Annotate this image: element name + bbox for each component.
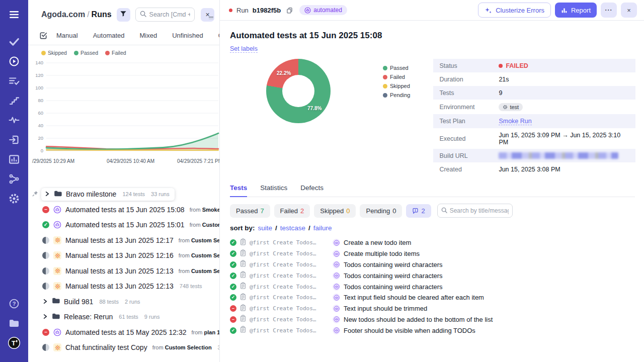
group-title: Release: Rerun (64, 313, 113, 321)
close-run-button[interactable]: × (621, 3, 637, 18)
run-group-row[interactable]: Release: Rerun 61 tests 9 runs (28, 309, 219, 325)
run-row[interactable]: Manual tests at 13 Jun 2025 12:13 748 te… (28, 279, 219, 294)
svg-text:120: 120 (35, 72, 43, 78)
test-row[interactable]: – @first Create Todos… New todos should … (230, 314, 635, 325)
pinned-group-card[interactable]: Bravo milestone 124 tests 33 runs (41, 188, 175, 201)
test-row[interactable]: ✓ @first Create Todos… Todos containing … (230, 281, 635, 292)
passed-status-icon: ✓ (230, 284, 236, 290)
manual-run-icon (53, 236, 61, 244)
sort-by-suite[interactable]: suite (258, 224, 273, 232)
filter-button[interactable] (117, 8, 130, 22)
svg-text:T: T (12, 339, 16, 347)
test-plan-link[interactable]: Smoke Run (499, 118, 531, 125)
automated-run-icon (53, 206, 61, 214)
run-group-row[interactable]: Build 981 88 tests 2 runs (28, 294, 219, 310)
failed-status-icon: – (42, 206, 49, 213)
run-group-row[interactable]: Bravo milestone 124 tests 33 runs (28, 187, 219, 202)
passed-status-icon: ✓ (230, 327, 236, 334)
group-title: Bravo milestone (66, 190, 116, 198)
run-source: from plan 12 (192, 329, 220, 335)
tab-groups[interactable]: Groups (211, 32, 220, 39)
chevron-right-icon[interactable] (44, 190, 50, 198)
tab-unfinished[interactable]: Unfinished (165, 32, 210, 39)
tab-manual[interactable]: Manual (49, 32, 86, 39)
svg-text:80: 80 (38, 98, 43, 103)
test-row[interactable]: ✓ @first Create Todos… Todos containing … (230, 270, 635, 281)
run-overview: 22.2% 77.8% Passed Failed Skipped Pendin… (230, 59, 635, 176)
filter-pending-button[interactable]: Pending0 (360, 204, 402, 218)
automated-badge[interactable]: automated (299, 5, 347, 15)
settings-icon[interactable] (7, 191, 22, 206)
chevron-right-icon[interactable] (42, 298, 48, 306)
report-button[interactable]: Report (555, 3, 597, 18)
folder-icon (52, 313, 60, 321)
legend-pending: Pending (383, 92, 410, 98)
test-row[interactable]: – @first Create Todos… Text input should… (230, 303, 635, 314)
test-row[interactable]: ✓ @first Create Todos… Text input field … (230, 292, 635, 303)
clipboard-icon (240, 260, 246, 269)
testomat-logo[interactable]: T (7, 335, 22, 350)
comments-filter-button[interactable]: 2 (406, 204, 431, 218)
run-row[interactable]: Manual tests at 13 Jun 2025 12:17 from C… (28, 233, 219, 248)
set-labels-link[interactable]: Set labels (230, 45, 258, 53)
run-row[interactable]: Manual tests at 13 Jun 2025 12:16 from C… (28, 248, 219, 263)
branches-icon[interactable] (7, 171, 22, 187)
analytics-icon[interactable] (7, 152, 22, 167)
test-row[interactable]: ✓ @first Create Todos… Footer should be … (230, 325, 635, 336)
filter-skipped-button[interactable]: Skipped0 (314, 204, 356, 218)
tests-icon[interactable] (7, 34, 22, 49)
runs-icon[interactable] (7, 54, 22, 69)
tab-defects[interactable]: Defects (300, 184, 324, 197)
tab-statistics[interactable]: Statistics (260, 184, 287, 197)
tests-search-input[interactable] (450, 207, 509, 214)
test-row[interactable]: ✓ @first Create Todos… Create multiple t… (230, 248, 635, 259)
help-icon[interactable]: ? (7, 296, 22, 311)
passed-dot-icon (74, 51, 78, 55)
filter-passed-button[interactable]: Passed7 (230, 204, 270, 218)
menu-icon[interactable] (7, 7, 22, 22)
clusterize-errors-button[interactable]: Clusterize Errors (478, 3, 551, 18)
runs-list: Bravo milestone 124 tests 33 runs – Auto… (28, 187, 219, 355)
run-source: from Smoke Run (190, 207, 219, 213)
pulse-icon[interactable] (7, 113, 22, 128)
filter-failed-button[interactable]: Failed2 (274, 204, 310, 218)
run-row[interactable]: Manual tests at 13 Jun 2025 12:13 from C… (28, 263, 219, 279)
info-row-created: Created Jun 15, 2025 3:08 PM (433, 162, 635, 176)
runs-search (135, 8, 195, 22)
sort-prefix: sort by: (230, 224, 255, 232)
group-runs-count: 9 runs (144, 314, 160, 320)
sort-by-failure[interactable]: failure (313, 224, 332, 232)
copy-icon[interactable] (286, 7, 293, 14)
automated-test-icon (333, 283, 340, 291)
info-row-duration: Duration 21s (433, 72, 635, 86)
projects-icon[interactable] (7, 316, 22, 331)
run-title: Automated tests at 15 Jun 2025 15:01 (65, 221, 185, 229)
environment-badge[interactable]: test (499, 103, 523, 111)
tab-automated[interactable]: Automated (86, 32, 132, 39)
test-plans-icon[interactable] (7, 73, 22, 88)
milestones-icon[interactable] (7, 93, 22, 108)
chevron-right-icon[interactable] (42, 313, 48, 321)
import-icon[interactable] (7, 132, 22, 147)
run-row[interactable]: – Automated tests at 15 Jun 2025 15:08 f… (28, 202, 219, 218)
more-button[interactable]: ··· (601, 3, 617, 18)
runs-panel: Agoda.com/Runs × Manual Automated Mixed … (28, 0, 220, 362)
test-suite: @first Create Todos… (250, 294, 329, 301)
run-row[interactable]: ✓ Automated tests at 15 Jun 2025 15:01 f… (28, 217, 219, 233)
run-row[interactable]: Chat functinality test Copy from Custom … (28, 340, 219, 355)
tab-tests[interactable]: Tests (230, 184, 247, 197)
tab-mixed[interactable]: Mixed (132, 32, 165, 39)
group-tests-count: 124 tests (122, 191, 145, 197)
test-row[interactable]: ✓ @first Create Todos… Todos containing … (230, 259, 635, 270)
run-row[interactable]: – Automated tests at 15 May 2025 12:32 f… (28, 325, 219, 340)
test-row[interactable]: ✓ @first Create Todos… Create a new todo… (230, 237, 635, 248)
failed-dot-icon (499, 64, 503, 68)
manual-run-icon (53, 343, 61, 351)
sort-by-testcase[interactable]: testcase (280, 224, 305, 232)
run-id: b1982f5b (253, 7, 281, 14)
panel-close-button[interactable]: × (201, 8, 214, 22)
clipboard-icon (240, 271, 246, 280)
bulk-select-icon[interactable] (39, 31, 48, 40)
chart-x-axis: /29/2025 10:29 AM 04/29/2025 10:40 AM 04… (28, 158, 219, 165)
search-input[interactable] (149, 11, 190, 18)
